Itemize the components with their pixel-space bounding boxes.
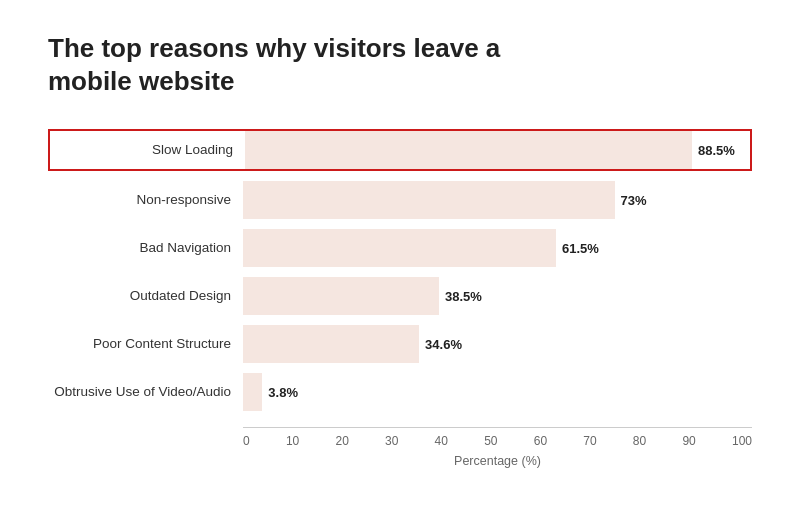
bar-fill: 38.5% [243, 277, 439, 315]
bar-row-wrapper-4: Poor Content Structure34.6% [48, 325, 752, 373]
x-axis-label: Percentage (%) [48, 454, 752, 468]
x-tick: 60 [534, 434, 547, 448]
x-tick: 100 [732, 434, 752, 448]
x-tick: 40 [435, 434, 448, 448]
chart-area: Slow Loading88.5%Non-responsive73%Bad Na… [48, 129, 752, 421]
x-tick: 50 [484, 434, 497, 448]
x-tick: 0 [243, 434, 250, 448]
x-tick: 30 [385, 434, 398, 448]
bar-row: Bad Navigation61.5% [48, 229, 752, 267]
bar-fill: 3.8% [243, 373, 262, 411]
bar-track: 34.6% [243, 325, 752, 363]
bar-row: Obtrusive Use of Video/Audio3.8% [48, 373, 752, 411]
bar-label: Outdated Design [48, 288, 243, 304]
bar-label: Non-responsive [48, 192, 243, 208]
bar-label: Slow Loading [50, 142, 245, 158]
bar-row-wrapper-0: Slow Loading88.5% [48, 129, 752, 171]
bar-label: Poor Content Structure [48, 336, 243, 352]
x-tick: 80 [633, 434, 646, 448]
bar-fill: 88.5% [245, 131, 692, 169]
bar-track: 38.5% [243, 277, 752, 315]
x-tick: 70 [583, 434, 596, 448]
bar-track: 61.5% [243, 229, 752, 267]
bar-value: 88.5% [698, 143, 735, 158]
bar-row-wrapper-2: Bad Navigation61.5% [48, 229, 752, 277]
x-tick: 90 [682, 434, 695, 448]
chart-title: The top reasons why visitors leave a mob… [48, 32, 568, 97]
bar-label: Bad Navigation [48, 240, 243, 256]
x-tick: 10 [286, 434, 299, 448]
bar-value: 34.6% [425, 337, 462, 352]
bar-track: 88.5% [245, 131, 750, 169]
bar-track: 3.8% [243, 373, 752, 411]
bar-row-wrapper-1: Non-responsive73% [48, 181, 752, 229]
bar-track: 73% [243, 181, 752, 219]
bar-row-wrapper-3: Outdated Design38.5% [48, 277, 752, 325]
bar-row: Outdated Design38.5% [48, 277, 752, 315]
bar-fill: 61.5% [243, 229, 556, 267]
bar-fill: 73% [243, 181, 615, 219]
bar-row: Non-responsive73% [48, 181, 752, 219]
bar-fill: 34.6% [243, 325, 419, 363]
bar-row-wrapper-5: Obtrusive Use of Video/Audio3.8% [48, 373, 752, 421]
bar-value: 61.5% [562, 241, 599, 256]
bar-value: 3.8% [268, 385, 298, 400]
bar-value: 73% [621, 193, 647, 208]
bar-row: Poor Content Structure34.6% [48, 325, 752, 363]
x-axis-ticks: 0102030405060708090100 [243, 427, 752, 448]
x-tick: 20 [335, 434, 348, 448]
x-axis: 0102030405060708090100 [48, 427, 752, 448]
bar-label: Obtrusive Use of Video/Audio [48, 384, 243, 400]
bar-value: 38.5% [445, 289, 482, 304]
bar-row: Slow Loading88.5% [50, 131, 750, 169]
